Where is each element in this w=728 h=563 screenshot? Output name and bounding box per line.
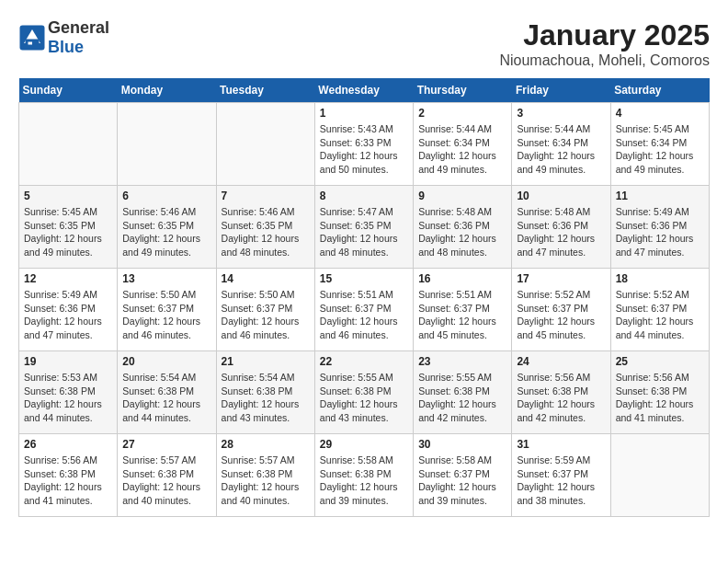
day-info: Sunrise: 5:58 AM Sunset: 6:37 PM Dayligh… (418, 454, 506, 508)
day-number: 7 (222, 190, 310, 202)
calendar-cell: 25Sunrise: 5:56 AM Sunset: 6:38 PM Dayli… (610, 351, 709, 434)
svg-rect-3 (28, 42, 33, 45)
day-info: Sunrise: 5:43 AM Sunset: 6:33 PM Dayligh… (320, 122, 408, 177)
calendar-week-2: 5Sunrise: 5:45 AM Sunset: 6:35 PM Daylig… (19, 186, 710, 269)
calendar-cell: 22Sunrise: 5:55 AM Sunset: 6:38 PM Dayli… (314, 351, 413, 434)
day-info: Sunrise: 5:47 AM Sunset: 6:35 PM Dayligh… (320, 205, 408, 259)
weekday-header-thursday: Thursday (414, 78, 512, 103)
calendar-week-5: 26Sunrise: 5:56 AM Sunset: 6:38 PM Dayli… (19, 434, 710, 517)
day-number: 1 (320, 107, 408, 120)
day-number: 31 (517, 438, 605, 451)
calendar-cell (610, 434, 709, 517)
day-number: 11 (616, 190, 704, 202)
day-info: Sunrise: 5:48 AM Sunset: 6:36 PM Dayligh… (418, 205, 506, 259)
day-info: Sunrise: 5:46 AM Sunset: 6:35 PM Dayligh… (222, 205, 310, 259)
calendar-cell: 28Sunrise: 5:57 AM Sunset: 6:38 PM Dayli… (216, 434, 314, 517)
day-number: 24 (517, 355, 605, 368)
weekday-header-row: SundayMondayTuesdayWednesdayThursdayFrid… (19, 78, 710, 103)
calendar-cell: 31Sunrise: 5:59 AM Sunset: 6:37 PM Dayli… (512, 434, 610, 517)
day-number: 10 (517, 190, 605, 202)
calendar-cell: 12Sunrise: 5:49 AM Sunset: 6:36 PM Dayli… (19, 269, 118, 351)
calendar-cell: 2Sunrise: 5:44 AM Sunset: 6:34 PM Daylig… (414, 103, 512, 186)
calendar-cell: 8Sunrise: 5:47 AM Sunset: 6:35 PM Daylig… (314, 186, 413, 269)
calendar-cell (216, 103, 314, 186)
calendar-cell: 9Sunrise: 5:48 AM Sunset: 6:36 PM Daylig… (414, 186, 512, 269)
day-number: 22 (320, 355, 408, 368)
day-info: Sunrise: 5:45 AM Sunset: 6:35 PM Dayligh… (24, 205, 112, 259)
calendar-week-1: 1Sunrise: 5:43 AM Sunset: 6:33 PM Daylig… (19, 103, 710, 186)
day-info: Sunrise: 5:55 AM Sunset: 6:38 PM Dayligh… (418, 371, 506, 425)
location-title: Nioumachoua, Moheli, Comoros (499, 52, 710, 69)
calendar-cell (19, 103, 118, 186)
logo-text-blue: Blue (48, 38, 84, 56)
month-title: January 2025 (499, 18, 710, 52)
calendar-cell: 1Sunrise: 5:43 AM Sunset: 6:33 PM Daylig… (314, 103, 413, 186)
weekday-header-tuesday: Tuesday (216, 78, 314, 103)
title-block: January 2025 Nioumachoua, Moheli, Comoro… (499, 18, 710, 69)
day-number: 14 (222, 272, 310, 285)
day-number: 3 (517, 107, 605, 120)
calendar-cell: 27Sunrise: 5:57 AM Sunset: 6:38 PM Dayli… (118, 434, 216, 517)
calendar-week-3: 12Sunrise: 5:49 AM Sunset: 6:36 PM Dayli… (19, 269, 710, 351)
day-number: 25 (616, 355, 704, 368)
weekday-header-sunday: Sunday (19, 78, 118, 103)
calendar-cell: 18Sunrise: 5:52 AM Sunset: 6:37 PM Dayli… (610, 269, 709, 351)
day-number: 18 (616, 272, 704, 285)
logo-icon (18, 24, 46, 52)
day-info: Sunrise: 5:44 AM Sunset: 6:34 PM Dayligh… (418, 122, 506, 177)
logo-text-general: General (48, 18, 109, 37)
day-number: 19 (24, 355, 112, 368)
calendar-cell: 15Sunrise: 5:51 AM Sunset: 6:37 PM Dayli… (314, 269, 413, 351)
weekday-header-friday: Friday (512, 78, 610, 103)
day-number: 17 (517, 272, 605, 285)
calendar-cell: 16Sunrise: 5:51 AM Sunset: 6:37 PM Dayli… (414, 269, 512, 351)
day-number: 20 (122, 355, 210, 368)
day-info: Sunrise: 5:52 AM Sunset: 6:37 PM Dayligh… (616, 288, 704, 342)
day-number: 30 (418, 438, 506, 451)
day-info: Sunrise: 5:55 AM Sunset: 6:38 PM Dayligh… (320, 371, 408, 425)
day-number: 16 (418, 272, 506, 285)
day-number: 23 (418, 355, 506, 368)
day-info: Sunrise: 5:56 AM Sunset: 6:38 PM Dayligh… (24, 454, 112, 508)
day-number: 27 (122, 438, 210, 451)
day-number: 12 (24, 272, 112, 285)
calendar-cell: 20Sunrise: 5:54 AM Sunset: 6:38 PM Dayli… (118, 351, 216, 434)
calendar-cell: 11Sunrise: 5:49 AM Sunset: 6:36 PM Dayli… (610, 186, 709, 269)
day-number: 8 (320, 190, 408, 202)
day-info: Sunrise: 5:44 AM Sunset: 6:34 PM Dayligh… (517, 122, 605, 177)
calendar-cell: 7Sunrise: 5:46 AM Sunset: 6:35 PM Daylig… (216, 186, 314, 269)
calendar-cell: 5Sunrise: 5:45 AM Sunset: 6:35 PM Daylig… (19, 186, 118, 269)
calendar-cell: 17Sunrise: 5:52 AM Sunset: 6:37 PM Dayli… (512, 269, 610, 351)
calendar-cell: 21Sunrise: 5:54 AM Sunset: 6:38 PM Dayli… (216, 351, 314, 434)
day-number: 13 (122, 272, 210, 285)
day-number: 29 (320, 438, 408, 451)
calendar-cell: 14Sunrise: 5:50 AM Sunset: 6:37 PM Dayli… (216, 269, 314, 351)
calendar-week-4: 19Sunrise: 5:53 AM Sunset: 6:38 PM Dayli… (19, 351, 710, 434)
day-number: 4 (616, 107, 704, 120)
day-info: Sunrise: 5:45 AM Sunset: 6:34 PM Dayligh… (616, 122, 704, 177)
calendar-cell: 29Sunrise: 5:58 AM Sunset: 6:38 PM Dayli… (314, 434, 413, 517)
day-number: 15 (320, 272, 408, 285)
calendar-cell: 13Sunrise: 5:50 AM Sunset: 6:37 PM Dayli… (118, 269, 216, 351)
calendar-cell: 4Sunrise: 5:45 AM Sunset: 6:34 PM Daylig… (610, 103, 709, 186)
day-info: Sunrise: 5:49 AM Sunset: 6:36 PM Dayligh… (616, 205, 704, 259)
day-info: Sunrise: 5:53 AM Sunset: 6:38 PM Dayligh… (24, 371, 112, 425)
day-info: Sunrise: 5:46 AM Sunset: 6:35 PM Dayligh… (122, 205, 210, 259)
day-number: 6 (122, 190, 210, 202)
day-info: Sunrise: 5:52 AM Sunset: 6:37 PM Dayligh… (517, 288, 605, 342)
calendar-body: 1Sunrise: 5:43 AM Sunset: 6:33 PM Daylig… (19, 103, 710, 517)
day-info: Sunrise: 5:54 AM Sunset: 6:38 PM Dayligh… (122, 371, 210, 425)
day-info: Sunrise: 5:57 AM Sunset: 6:38 PM Dayligh… (222, 454, 310, 508)
weekday-header-monday: Monday (118, 78, 216, 103)
page-header: General Blue January 2025 Nioumachoua, M… (18, 18, 710, 69)
day-info: Sunrise: 5:51 AM Sunset: 6:37 PM Dayligh… (418, 288, 506, 342)
calendar-cell: 6Sunrise: 5:46 AM Sunset: 6:35 PM Daylig… (118, 186, 216, 269)
day-number: 21 (222, 355, 310, 368)
day-info: Sunrise: 5:50 AM Sunset: 6:37 PM Dayligh… (222, 288, 310, 342)
calendar-cell: 3Sunrise: 5:44 AM Sunset: 6:34 PM Daylig… (512, 103, 610, 186)
logo: General Blue (18, 18, 109, 57)
calendar-table: SundayMondayTuesdayWednesdayThursdayFrid… (18, 78, 710, 517)
day-number: 2 (418, 107, 506, 120)
day-number: 5 (24, 190, 112, 202)
calendar-cell: 24Sunrise: 5:56 AM Sunset: 6:38 PM Dayli… (512, 351, 610, 434)
